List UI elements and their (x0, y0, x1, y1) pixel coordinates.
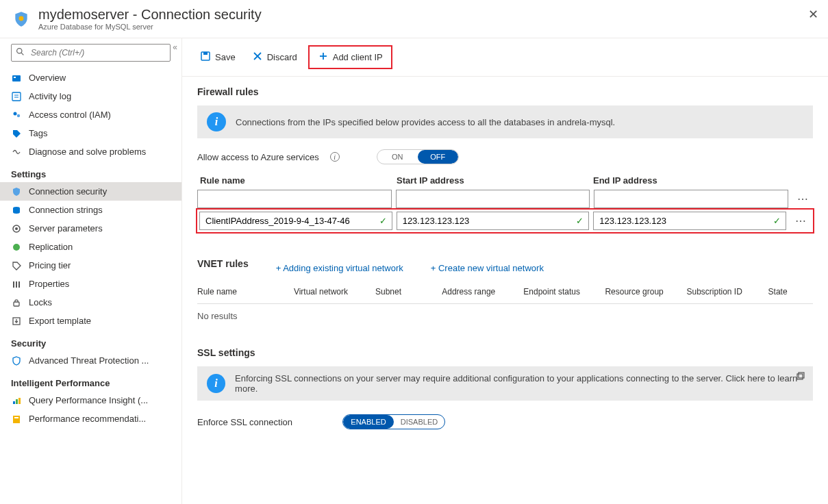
save-button[interactable]: Save (195, 48, 241, 66)
check-icon: ✓ (773, 216, 781, 226)
svg-rect-31 (797, 374, 803, 379)
svg-line-3 (21, 53, 23, 55)
copy-icon[interactable] (795, 372, 805, 383)
start-ip-input[interactable] (396, 190, 590, 208)
sidebar-item-label: Connection security (29, 186, 107, 197)
add-client-ip-label: Add client IP (333, 52, 383, 62)
tags-icon (11, 129, 22, 138)
toolbar: Save Discard Add client IP (182, 38, 828, 77)
vnet-add-existing-link[interactable]: + Adding existing virtual network (276, 263, 403, 273)
sidebar-item-iam[interactable]: Access control (IAM) (0, 105, 181, 124)
col-rule-name: Rule name (200, 175, 392, 186)
sidebar-group-security: Security (0, 330, 181, 351)
end-ip-input[interactable] (594, 190, 788, 208)
vnet-col: Address range (442, 287, 516, 297)
firewall-heading: Firewall rules (197, 86, 813, 97)
sidebar-item-label: Diagnose and solve problems (29, 147, 146, 157)
svg-point-2 (17, 49, 22, 53)
vnet-create-new-link[interactable]: + Create new virtual network (431, 263, 544, 273)
export-icon (11, 316, 22, 326)
sidebar-item-replication[interactable]: Replication (0, 238, 181, 256)
sidebar-item-diagnose[interactable]: Diagnose and solve problems (0, 142, 181, 161)
svg-rect-18 (14, 302, 19, 306)
diagnose-icon (11, 147, 22, 157)
vnet-col: Virtual network (294, 287, 368, 297)
vnet-col: Rule name (197, 287, 287, 297)
svg-point-14 (13, 244, 20, 251)
page-header: mydemoserver - Connection security Azure… (0, 0, 828, 38)
save-label: Save (215, 52, 236, 62)
sidebar-item-label: Pricing tier (29, 260, 71, 270)
sidebar-item-perf-recs[interactable]: Performance recommendati... (0, 410, 181, 428)
sidebar-item-locks[interactable]: Locks (0, 293, 181, 312)
sidebar-item-properties[interactable]: Properties (0, 275, 181, 293)
firewall-table: Rule name Start IP address End IP addres… (197, 175, 813, 232)
search-input[interactable] (11, 44, 171, 62)
sidebar-item-atp[interactable]: Advanced Threat Protection ... (0, 351, 181, 370)
sidebar-item-server-parameters[interactable]: Server parameters (0, 219, 181, 238)
sidebar-item-connection-security[interactable]: Connection security (0, 182, 181, 201)
recommendation-icon (11, 414, 22, 424)
row-more-icon[interactable]: ⋯ (790, 214, 811, 227)
sidebar-item-overview[interactable]: Overview (0, 68, 181, 87)
page-title: mydemoserver - Connection security (38, 7, 262, 23)
enforce-ssl-toggle[interactable]: ENABLED DISABLED (342, 414, 445, 429)
svg-point-13 (15, 227, 18, 230)
sidebar-item-label: Server parameters (29, 223, 103, 234)
discard-button[interactable]: Discard (247, 48, 303, 66)
svg-rect-23 (13, 416, 20, 423)
sidebar-item-label: Advanced Threat Protection ... (29, 355, 149, 366)
check-icon: ✓ (576, 216, 584, 226)
ssl-info-bar: i Enforcing SSL connections on your serv… (197, 366, 813, 401)
col-start-ip: Start IP address (397, 175, 589, 186)
chart-icon (11, 396, 22, 405)
add-client-ip-button[interactable]: Add client IP (308, 45, 392, 69)
sidebar-item-query-perf[interactable]: Query Performance Insight (... (0, 391, 181, 410)
rule-name-input[interactable] (199, 212, 392, 230)
end-ip-input[interactable] (593, 212, 786, 230)
sidebar-item-pricing-tier[interactable]: Pricing tier (0, 256, 181, 275)
iam-icon (11, 110, 22, 120)
svg-rect-26 (203, 52, 208, 55)
firewall-info-bar: i Connections from the IPs specified bel… (197, 105, 813, 138)
svg-rect-1 (20, 17, 22, 19)
sidebar-item-export-template[interactable]: Export template (0, 312, 181, 330)
rule-name-input[interactable] (197, 190, 392, 208)
start-ip-input[interactable] (397, 212, 590, 230)
allow-azure-toggle[interactable]: ON OFF (377, 149, 459, 164)
toggle-on: ON (377, 150, 418, 164)
enforce-ssl-label: Enforce SSL connection (197, 417, 334, 427)
close-icon[interactable]: ✕ (808, 7, 818, 22)
pricing-icon (11, 261, 22, 270)
svg-point-10 (17, 114, 20, 116)
svg-rect-24 (14, 417, 18, 418)
row-more-icon[interactable]: ⋯ (792, 192, 813, 205)
sidebar-item-label: Query Performance Insight (... (29, 395, 148, 405)
discard-icon (252, 51, 263, 64)
overview-icon (11, 73, 22, 83)
svg-rect-20 (13, 401, 15, 404)
sidebar-item-label: Tags (29, 128, 47, 138)
sidebar-group-settings: Settings (0, 161, 181, 182)
sidebar-item-label: Export template (29, 316, 91, 326)
database-icon (11, 205, 22, 215)
sidebar-item-label: Activity log (29, 91, 71, 101)
sidebar-item-label: Locks (29, 297, 52, 307)
svg-rect-22 (18, 398, 21, 404)
sidebar-item-activity-log[interactable]: Activity log (0, 87, 181, 105)
collapse-chevron-icon[interactable]: « (173, 42, 177, 52)
sidebar-item-label: Overview (29, 73, 66, 83)
sidebar: « Overview Activity log Access control (… (0, 38, 182, 504)
vnet-empty: No results (197, 304, 813, 328)
sidebar-item-connection-strings[interactable]: Connection strings (0, 201, 181, 219)
info-icon: i (207, 112, 226, 131)
svg-rect-6 (12, 92, 21, 101)
sidebar-item-tags[interactable]: Tags (0, 124, 181, 142)
sidebar-item-label: Replication (29, 242, 73, 252)
vnet-col: Endpoint status (523, 287, 598, 297)
save-icon (200, 51, 211, 64)
ssl-heading: SSL settings (197, 347, 813, 358)
discard-label: Discard (267, 52, 297, 62)
info-tooltip-icon[interactable]: i (330, 152, 340, 162)
content-area: Save Discard Add client IP Firewall rule… (182, 38, 828, 504)
